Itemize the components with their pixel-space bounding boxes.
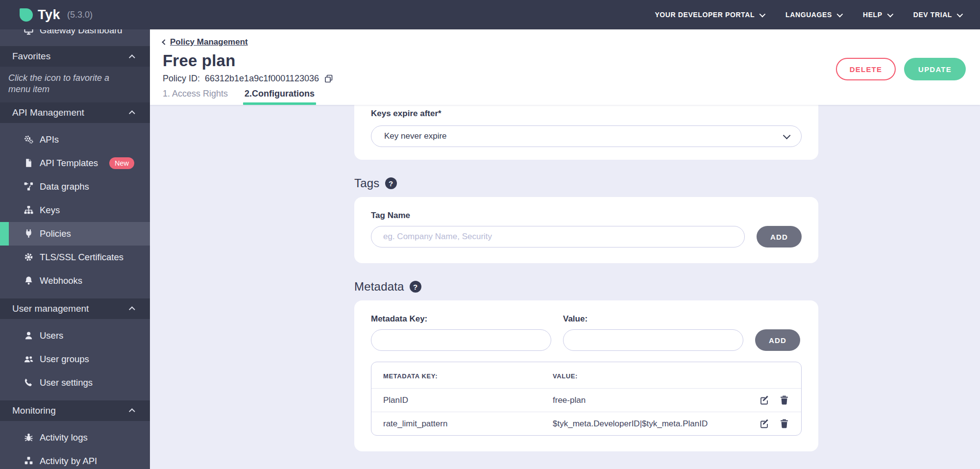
edit-icon[interactable] [760, 419, 770, 429]
section-label: User management [12, 303, 89, 314]
update-button[interactable]: UPDATE [904, 58, 966, 80]
sidebar-item-webhooks[interactable]: Webhooks [0, 269, 150, 293]
api-management-items: APIs API Templates New Data graphs Keys [0, 123, 150, 298]
sidebar-item-activity-by-api[interactable]: Activity by API [0, 449, 150, 469]
sidebar-item-keys[interactable]: Keys [0, 198, 150, 222]
menu-label: HELP [863, 11, 882, 19]
sidebar-item-activity-logs[interactable]: Activity logs [0, 426, 150, 449]
metadata-key-input[interactable] [371, 329, 551, 351]
sidebar-item-label: API Templates [40, 158, 98, 169]
tab-bar: 1. Access Rights 2.Configurations [163, 89, 315, 105]
sidebar-item-label: User settings [40, 377, 93, 388]
metadata-value-field: Value: [563, 314, 743, 351]
sidebar-item-user-settings[interactable]: User settings [0, 371, 150, 395]
menu-languages[interactable]: LANGUAGES [785, 11, 841, 19]
metadata-row-key: PlanID [383, 395, 553, 405]
chevron-down-icon [957, 11, 963, 17]
data-graph-icon [24, 182, 33, 191]
sidebar: Gateway Dashboard Favorites Click the ic… [0, 29, 150, 469]
tab-access-rights[interactable]: 1. Access Rights [163, 89, 228, 105]
plug-icon [24, 229, 33, 238]
add-tag-button[interactable]: ADD [757, 226, 802, 247]
main-area: Policy Management Free plan Policy ID: 6… [150, 29, 980, 469]
keys-expire-card: Keys expire after* Key never expire [354, 105, 818, 160]
menu-label: LANGUAGES [785, 11, 832, 19]
row-actions [760, 395, 789, 405]
metadata-row-key: rate_limit_pattern [383, 419, 553, 429]
keys-expire-label: Keys expire after* [371, 109, 802, 119]
sidebar-item-policies[interactable]: Policies [0, 222, 150, 246]
delete-button[interactable]: DELETE [836, 58, 896, 80]
metadata-heading-row: Metadata ? [354, 280, 980, 294]
table-row: PlanID free-plan [371, 388, 801, 412]
sidebar-section-api-management[interactable]: API Management [0, 102, 150, 123]
chevron-up-icon [129, 54, 135, 61]
sidebar-item-tls-ssl-certificates[interactable]: TLS/SSL Certificates [0, 246, 150, 269]
sidebar-section-favorites[interactable]: Favorites [0, 46, 150, 67]
file-icon [24, 158, 33, 168]
metadata-table-header: METADATA KEY: VALUE: [371, 362, 801, 388]
app-version: (5.3.0) [67, 10, 93, 20]
users-icon [24, 354, 33, 364]
edit-icon[interactable] [760, 395, 770, 405]
chevron-left-icon [162, 39, 167, 45]
gears-icon [24, 135, 33, 144]
menu-developer-portal[interactable]: YOUR DEVELOPER PORTAL [655, 11, 764, 19]
menu-help[interactable]: HELP [863, 11, 892, 19]
tyk-logo[interactable]: Tyk (5.3.0) [20, 7, 93, 23]
sidebar-item-gateway-dashboard[interactable]: Gateway Dashboard [0, 29, 150, 42]
sidebar-section-user-management[interactable]: User management [0, 298, 150, 319]
sidebar-item-data-graphs[interactable]: Data graphs [0, 175, 150, 198]
help-icon[interactable]: ? [410, 281, 421, 293]
metadata-value-column-header: VALUE: [553, 372, 789, 380]
keys-expire-value: Key never expire [384, 131, 447, 141]
certificate-icon [24, 252, 33, 262]
breadcrumb[interactable]: Policy Management [163, 37, 248, 47]
trash-icon[interactable] [779, 419, 789, 429]
metadata-key-label: Metadata Key: [371, 314, 551, 324]
page-content: Keys expire after* Key never expire Tags… [150, 105, 980, 451]
sidebar-item-label: Activity logs [40, 432, 88, 443]
chevron-up-icon [129, 111, 135, 117]
tab-configurations[interactable]: 2.Configurations [245, 89, 315, 105]
topbar-menu: YOUR DEVELOPER PORTAL LANGUAGES HELP DEV… [655, 11, 961, 19]
breadcrumb-label: Policy Management [170, 37, 248, 47]
tag-input-row: ADD [371, 226, 802, 247]
sidebar-item-apis[interactable]: APIs [0, 128, 150, 151]
header-actions: DELETE UPDATE [836, 58, 966, 80]
chevron-down-icon [837, 11, 843, 17]
sidebar-item-user-groups[interactable]: User groups [0, 347, 150, 371]
topbar: Tyk (5.3.0) YOUR DEVELOPER PORTAL LANGUA… [0, 0, 980, 29]
sidebar-item-users[interactable]: Users [0, 324, 150, 347]
metadata-value-input[interactable] [563, 329, 743, 351]
bug-icon [24, 433, 33, 442]
add-metadata-button[interactable]: ADD [755, 329, 800, 351]
sidebar-item-label: Policies [40, 228, 71, 239]
chevron-up-icon [129, 409, 135, 415]
copy-icon[interactable] [324, 74, 334, 84]
cubes-icon [24, 456, 33, 466]
metadata-table: METADATA KEY: VALUE: PlanID free-plan [371, 362, 802, 436]
sidebar-section-monitoring[interactable]: Monitoring [0, 400, 150, 421]
help-icon[interactable]: ? [385, 177, 397, 189]
monitoring-items: Activity logs Activity by API Activity b… [0, 421, 150, 469]
trash-icon[interactable] [779, 395, 789, 405]
menu-dev-trial[interactable]: DEV TRIAL [913, 11, 961, 19]
metadata-heading: Metadata [354, 280, 404, 294]
new-badge: New [109, 157, 134, 169]
metadata-key-column-header: METADATA KEY: [383, 372, 553, 380]
tag-name-input[interactable] [371, 226, 745, 247]
keys-expire-select[interactable]: Key never expire [371, 125, 802, 147]
metadata-key-field: Metadata Key: [371, 314, 551, 351]
metadata-value-label: Value: [563, 314, 743, 324]
metadata-row-value: free-plan [553, 395, 760, 405]
tyk-leaf-icon [20, 8, 33, 22]
policy-id-value: 66312b1e1a9c1f0001123036 [205, 74, 319, 84]
user-management-items: Users User groups User settings [0, 319, 150, 400]
tags-heading: Tags [354, 176, 380, 190]
favorites-hint: Click the icon to favorite a menu item [0, 67, 150, 102]
sidebar-item-api-templates[interactable]: API Templates New [0, 151, 150, 175]
row-actions [760, 419, 789, 429]
sidebar-item-label: Activity by API [40, 456, 97, 467]
policy-id-label: Policy ID: [163, 74, 200, 84]
